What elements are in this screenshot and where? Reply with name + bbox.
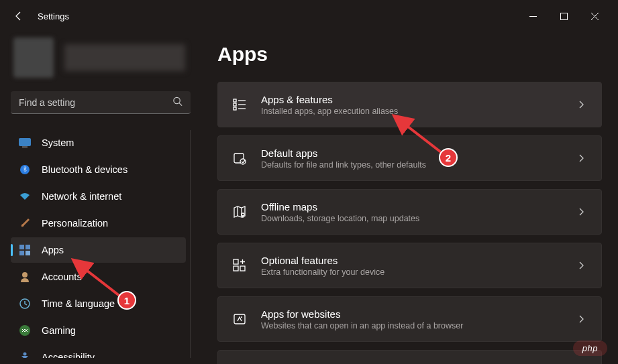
sidebar-item-label: Network & internet: [42, 191, 121, 202]
svg-rect-8: [25, 251, 30, 255]
sidebar-item-accounts[interactable]: Accounts: [11, 264, 186, 290]
accessibility-icon: [19, 351, 31, 358]
main-content: Apps Apps & features Installed apps, app…: [201, 32, 618, 364]
clock-globe-icon: [19, 298, 31, 310]
gaming-icon: [19, 324, 31, 337]
sidebar-item-apps[interactable]: Apps: [11, 237, 186, 263]
person-icon: [19, 271, 31, 283]
svg-rect-6: [25, 245, 30, 249]
sidebar-item-label: Personalization: [42, 218, 108, 229]
svg-rect-5: [19, 245, 24, 249]
wifi-icon: [19, 190, 31, 202]
card-subtitle: Extra functionality for your device: [261, 267, 577, 277]
sidebar-item-gaming[interactable]: Gaming: [11, 318, 186, 343]
chevron-right-icon: [577, 314, 588, 324]
avatar: [13, 38, 54, 78]
sidebar-item-label: Accounts: [42, 271, 82, 282]
card-apps-websites[interactable]: Apps for websites Websites that can open…: [217, 296, 602, 342]
default-apps-icon: [231, 150, 248, 166]
minimize-button[interactable]: [517, 5, 548, 27]
card-offline-maps[interactable]: Offline maps Downloads, storage location…: [217, 189, 602, 235]
card-apps-features[interactable]: Apps & features Installed apps, app exec…: [217, 82, 602, 127]
list-icon: [231, 97, 248, 113]
back-button[interactable]: [8, 5, 30, 27]
sidebar-item-time[interactable]: Time & language: [11, 291, 186, 316]
window-title: Settings: [38, 11, 69, 21]
search-input[interactable]: [11, 91, 191, 114]
card-title: Default apps: [261, 147, 577, 159]
card-title: Optional features: [261, 255, 577, 266]
svg-rect-20: [234, 266, 238, 271]
card-title: Apps for websites: [261, 308, 577, 320]
optional-features-icon: [231, 257, 248, 274]
brush-icon: [19, 217, 31, 229]
chevron-right-icon: [577, 260, 588, 271]
sidebar-item-personalization[interactable]: Personalization: [11, 210, 186, 236]
sidebar-item-label: Bluetooth & devices: [42, 164, 127, 175]
website-app-icon: [231, 311, 248, 327]
watermark: php: [573, 341, 607, 356]
svg-point-12: [23, 353, 27, 356]
svg-rect-19: [234, 259, 238, 264]
sidebar-item-system[interactable]: System: [11, 130, 186, 156]
profile-name-blurred: [64, 44, 185, 71]
card-title: Video playback: [261, 362, 577, 365]
sidebar-item-label: Time & language: [42, 298, 115, 309]
close-button[interactable]: [579, 5, 610, 27]
svg-rect-3: [22, 147, 28, 148]
search-icon: [172, 97, 183, 109]
card-default-apps[interactable]: Default apps Defaults for file and link …: [217, 135, 602, 181]
card-subtitle: Defaults for file and link types, other …: [261, 160, 577, 170]
profile-area[interactable]: [11, 32, 191, 91]
chevron-right-icon: [577, 206, 588, 217]
system-icon: [19, 137, 31, 149]
apps-icon: [19, 244, 31, 256]
sidebar-item-label: System: [42, 137, 74, 148]
sidebar-item-label: Accessibility: [42, 352, 95, 358]
svg-rect-15: [234, 107, 236, 110]
svg-rect-22: [234, 314, 245, 324]
svg-rect-13: [234, 99, 236, 102]
svg-rect-0: [560, 13, 567, 19]
page-title: Apps: [217, 43, 602, 66]
svg-point-1: [174, 97, 180, 103]
chevron-right-icon: [577, 99, 588, 110]
card-optional-features[interactable]: Optional features Extra functionality fo…: [217, 243, 602, 288]
sidebar-item-label: Gaming: [42, 325, 76, 336]
card-subtitle: Downloads, storage location, map updates: [261, 214, 577, 223]
card-subtitle: Installed apps, app execution aliases: [261, 107, 577, 116]
svg-rect-7: [19, 251, 24, 255]
svg-rect-14: [234, 103, 236, 106]
maximize-button[interactable]: [548, 5, 579, 27]
svg-point-18: [242, 213, 244, 216]
sidebar-item-accessibility[interactable]: Accessibility: [11, 345, 186, 358]
card-subtitle: Websites that can open in an app instead…: [261, 321, 577, 330]
card-video-playback[interactable]: Video playback Video adjustments, HDR st…: [217, 350, 602, 364]
card-title: Apps & features: [261, 94, 577, 105]
svg-point-11: [19, 325, 30, 336]
svg-point-9: [22, 272, 28, 278]
sidebar-item-label: Apps: [42, 245, 64, 255]
sidebar-item-bluetooth[interactable]: Bluetooth & devices: [11, 157, 186, 182]
sidebar-item-network[interactable]: Network & internet: [11, 184, 186, 209]
svg-rect-2: [19, 139, 31, 146]
chevron-right-icon: [577, 153, 588, 164]
svg-rect-21: [240, 266, 245, 271]
nav-list: System Bluetooth & devices Network & int…: [11, 130, 191, 358]
sidebar: System Bluetooth & devices Network & int…: [0, 32, 201, 364]
card-title: Offline maps: [261, 201, 577, 213]
map-icon: [231, 204, 248, 220]
bluetooth-icon: [19, 164, 31, 176]
titlebar: Settings: [0, 0, 618, 32]
